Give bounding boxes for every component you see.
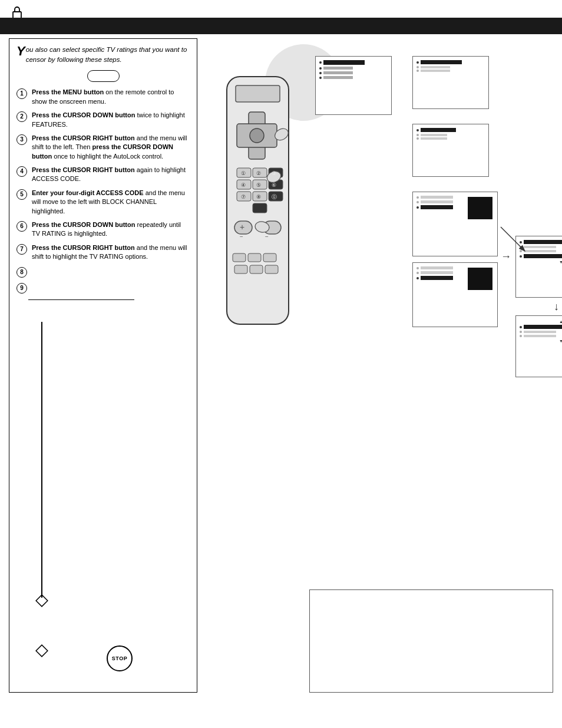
intro-text: Y ou also can select specific TV ratings… [16,45,190,64]
step-1: 1 Press the MENU button on the remote co… [16,88,190,106]
bottom-note-box [309,589,553,693]
svg-text:①: ① [241,170,246,176]
screen-mockup-8: ▲ ▼ [515,315,562,377]
diagonal-arrow [495,221,530,259]
step-8-circle: 8 [16,267,27,278]
svg-text:⑧: ⑧ [256,194,261,200]
svg-text:⑦: ⑦ [241,194,246,200]
vertical-line [41,322,42,598]
svg-rect-27 [234,265,247,274]
menu-btn-shape [87,70,120,82]
step-4: 4 Press the CURSOR RIGHT button again to… [16,166,190,184]
step-3-circle: 3 [16,134,27,145]
stop-button: STOP [107,645,133,671]
step-3: 3 Press the CURSOR RIGHT button and the … [16,134,190,161]
step-6: 6 Press the CURSOR DOWN button repeatedl… [16,220,190,239]
step-7: 7 Press the CURSOR RIGHT button and the … [16,243,190,262]
step-2: 2 Press the CURSOR DOWN button twice to … [16,111,190,129]
step-1-circle: 1 [16,88,27,99]
step-4-circle: 4 [16,166,27,177]
screen-mockup-1 [315,56,392,115]
svg-text:+: + [240,222,244,232]
step-7-circle: 7 [16,244,27,255]
arrow-down-1: ↓ [554,301,559,313]
svg-text:⓪: ⓪ [272,194,277,200]
step-7-text: Press the CURSOR RIGHT button and the me… [32,243,190,262]
divider-line [28,299,134,301]
svg-rect-24 [233,253,246,262]
step-8-text [32,266,190,278]
svg-text:⑥: ⑥ [272,182,276,188]
header-bar [0,18,562,34]
svg-text:−: − [240,233,243,240]
screen-mockup-4 [412,192,498,256]
step-3-text: Press the CURSOR RIGHT button and the me… [32,134,190,161]
svg-rect-1 [36,595,48,607]
step-9-circle: 9 [16,283,27,294]
svg-rect-29 [265,265,278,274]
svg-text:④: ④ [241,182,246,188]
step-2-circle: 2 [16,111,27,122]
svg-rect-17 [253,203,267,213]
svg-rect-4 [236,85,280,102]
svg-line-42 [501,227,524,251]
svg-text:⑤: ⑤ [256,182,261,188]
svg-text:②: ② [256,170,261,176]
step-2-text: Press the CURSOR DOWN button twice to hi… [32,111,190,129]
svg-point-7 [250,129,264,143]
menu-button-illustration [16,70,190,82]
remote-control: + + − − ① ② ③ ④ ⑤ ⑥ ⑦ ⑧ [206,71,315,371]
right-panel: + + − − ① ② ③ ④ ⑤ ⑥ ⑦ ⑧ [200,38,553,693]
step-6-circle: 6 [16,221,27,232]
instruction-panel: Y ou also can select specific TV ratings… [9,38,197,693]
step-9: 9 [16,282,190,294]
step-1-text: Press the MENU button on the remote cont… [32,88,190,106]
remote-svg: + + − − ① ② ③ ④ ⑤ ⑥ ⑦ ⑧ [206,71,315,371]
step-9-text [32,282,190,294]
svg-rect-26 [263,253,276,262]
step-5-circle: 5 [16,189,27,200]
svg-rect-28 [250,265,263,274]
svg-rect-2 [36,645,48,657]
svg-text:③: ③ [272,170,276,176]
screen-mockup-3 [412,124,489,177]
stop-button-container: STOP [107,645,133,671]
step-6-text: Press the CURSOR DOWN button repeatedly … [32,220,190,239]
svg-text:−: − [265,233,269,240]
svg-rect-25 [248,253,261,262]
diamond-shape-lower-2 [35,644,48,660]
step-4-text: Press the CURSOR RIGHT button again to h… [32,166,190,184]
step-5: 5 Enter your four-digit ACCESS CODE and … [16,189,190,216]
screen-mockup-5 [412,262,498,327]
screen-mockup-2 [412,56,489,109]
diamond-shape-lower-1 [35,594,48,610]
step-5-text: Enter your four-digit ACCESS CODE and th… [32,189,190,216]
step-8: 8 [16,266,190,278]
